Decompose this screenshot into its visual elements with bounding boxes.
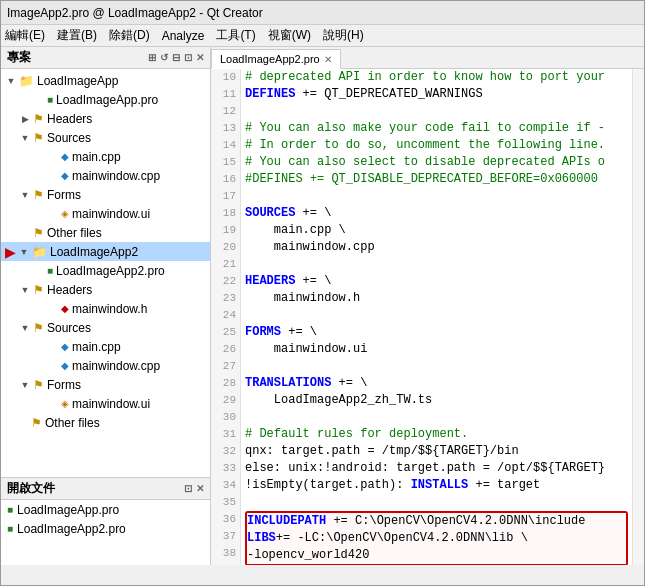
spacer [19,227,31,239]
tree-other-files-2[interactable]: ⚑ Other files [1,413,210,432]
tab-close-button[interactable]: ✕ [324,54,332,65]
open-docs-header: 開啟文件 ⊡ ✕ [1,478,210,500]
tree-label: main.cpp [72,150,121,164]
tree-label: mainwindow.ui [72,397,150,411]
float-icon[interactable]: ⊡ [184,483,192,494]
tree-loadimageapp2-root[interactable]: ▶ ▼ 📁 LoadImageApp2 [1,242,210,261]
tree-label: main.cpp [72,340,121,354]
editor-tab-active[interactable]: LoadImageApp2.pro ✕ [211,49,341,69]
spacer [47,398,59,410]
left-panel: 專案 ⊞ ↺ ⊟ ⊡ ✕ ▼ 📁 LoadImageApp ■ LoadImag… [1,47,211,565]
tree-label: Other files [45,416,100,430]
project-tree: ▼ 📁 LoadImageApp ■ LoadImageApp.pro ▶ ⚑ … [1,69,210,477]
collapse-icon[interactable]: ⊟ [172,52,180,63]
tree-label: Headers [47,283,92,297]
h-file-icon: ◆ [61,303,69,314]
code-line: SOURCES += \ [245,205,628,222]
float-icon[interactable]: ⊡ [184,52,192,63]
code-line: # deprecated API in order to know how to… [245,69,628,86]
tab-label: LoadImageApp2.pro [220,53,320,65]
code-line: main.cpp \ [245,222,628,239]
code-line [245,188,628,205]
expand-icon: ▼ [18,246,30,258]
tree-sources-2[interactable]: ▼ ⚑ Sources [1,318,210,337]
code-line: FORMS += \ [245,324,628,341]
menu-help[interactable]: 說明(H) [323,27,364,44]
code-line [245,256,628,273]
open-docs-icons: ⊡ ✕ [184,483,204,494]
spacer [47,360,59,372]
tree-sources-1[interactable]: ▼ ⚑ Sources [1,128,210,147]
pro-file-icon: ■ [7,523,13,534]
expand-icon: ▶ [19,113,31,125]
open-doc-item[interactable]: ■ LoadImageApp2.pro [1,519,210,538]
tree-mainwindow-cpp-1[interactable]: ◆ mainwindow.cpp [1,166,210,185]
project-panel-title: 專案 [7,49,31,66]
code-line: # Default rules for deployment. [245,426,628,443]
filter-icon[interactable]: ⊞ [148,52,156,63]
editor-content[interactable]: 1011121314 1516171819 2021222324 2526272… [211,69,644,565]
menu-build[interactable]: 建置(B) [57,27,97,44]
menu-debug[interactable]: 除錯(D) [109,27,150,44]
tree-loadimageapp-pro[interactable]: ■ LoadImageApp.pro [1,90,210,109]
open-docs-title: 開啟文件 [7,480,55,497]
menu-edit[interactable]: 編輯(E) [5,27,45,44]
tree-headers-2[interactable]: ▼ ⚑ Headers [1,280,210,299]
tree-main-cpp-1[interactable]: ◆ main.cpp [1,147,210,166]
open-docs-list: ■ LoadImageApp.pro ■ LoadImageApp2.pro [1,500,210,538]
cpp-file-icon: ◆ [61,170,69,181]
ui-file-icon: ◈ [61,398,69,409]
editor-tabs: LoadImageApp2.pro ✕ [211,47,644,69]
title-bar: ImageApp2.pro @ LoadImageApp2 - Qt Creat… [1,1,644,25]
menu-analyze[interactable]: Analyze [162,29,205,43]
tree-label: mainwindow.ui [72,207,150,221]
tree-other-files-1[interactable]: ⚑ Other files [1,223,210,242]
sources-folder-icon: ⚑ [33,131,44,145]
tree-label: LoadImageApp2.pro [56,264,165,278]
code-line: TRANSLATIONS += \ [245,375,628,392]
code-line: else: unix:!android: target.path = /opt/… [245,460,628,477]
tree-forms-2[interactable]: ▼ ⚑ Forms [1,375,210,394]
menu-window[interactable]: 視窗(W) [268,27,311,44]
headers-folder-icon: ⚑ [33,112,44,126]
code-line [245,358,628,375]
code-line: mainwindow.h [245,290,628,307]
editor-scrollbar[interactable] [632,69,644,565]
open-docs-panel: 開啟文件 ⊡ ✕ ■ LoadImageApp.pro ■ LoadImageA… [1,477,210,565]
expand-icon: ▼ [19,132,31,144]
menu-tools[interactable]: 工具(T) [216,27,255,44]
tree-mainwindow-h[interactable]: ◆ mainwindow.h [1,299,210,318]
cpp-file-icon: ◆ [61,151,69,162]
code-line: !isEmpty(target.path): INSTALLS += targe… [245,477,628,494]
tree-headers-1[interactable]: ▶ ⚑ Headers [1,109,210,128]
open-doc-item[interactable]: ■ LoadImageApp.pro [1,500,210,519]
tree-loadimageapp-root[interactable]: ▼ 📁 LoadImageApp [1,71,210,90]
tree-mainwindow-ui-1[interactable]: ◈ mainwindow.ui [1,204,210,223]
open-doc-label: LoadImageApp2.pro [17,522,126,536]
editor-panel: LoadImageApp2.pro ✕ 1011121314 151617181… [211,47,644,565]
tree-mainwindow-ui-2[interactable]: ◈ mainwindow.ui [1,394,210,413]
spacer [47,170,59,182]
project-icon: 📁 [32,245,47,259]
tree-main-cpp-2[interactable]: ◆ main.cpp [1,337,210,356]
spacer [47,151,59,163]
tree-forms-1[interactable]: ▼ ⚑ Forms [1,185,210,204]
code-area[interactable]: # deprecated API in order to know how to… [241,69,632,565]
line-numbers: 1011121314 1516171819 2021222324 2526272… [211,69,241,565]
tree-mainwindow-cpp-2[interactable]: ◆ mainwindow.cpp [1,356,210,375]
code-line: #DEFINES += QT_DISABLE_DEPRECATED_BEFORE… [245,171,628,188]
tree-loadimageapp2-pro[interactable]: ■ LoadImageApp2.pro [1,261,210,280]
close-icon[interactable]: ✕ [196,52,204,63]
code-line: mainwindow.cpp [245,239,628,256]
code-line: LoadImageApp2_zh_TW.ts [245,392,628,409]
sync-icon[interactable]: ↺ [160,52,168,63]
code-line: # You can also make your code fail to co… [245,120,628,137]
code-line: INCLUDEPATH += C:\OpenCV\OpenCV4.2.0DNN\… [247,513,626,530]
panel-header-icons: ⊞ ↺ ⊟ ⊡ ✕ [148,52,204,63]
tree-label: Sources [47,131,91,145]
tree-label: Other files [47,226,102,240]
code-line: -lopencv_world420 [247,547,626,564]
code-line [245,494,628,511]
close-icon[interactable]: ✕ [196,483,204,494]
code-line: # You can also select to disable depreca… [245,154,628,171]
